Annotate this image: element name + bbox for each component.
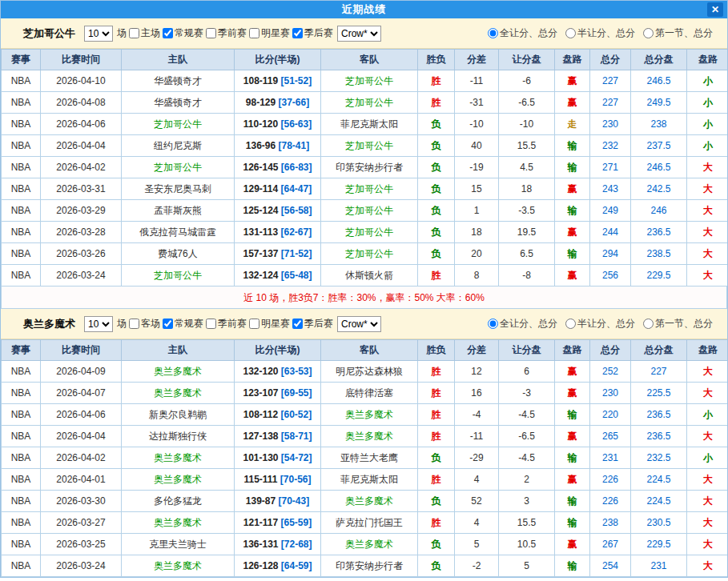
playoffs-checkbox-label: 季后赛: [304, 317, 333, 331]
date-cell: 2026-03-31: [41, 178, 122, 200]
half-handicap-radio[interactable]: [565, 319, 576, 329]
total-line-cell: 230.5: [631, 512, 687, 534]
half-handicap-radio-label: 半让分、总分: [577, 26, 635, 40]
venue-checkbox[interactable]: [129, 319, 139, 329]
handicap-cell: 6.5: [499, 243, 555, 265]
away-team-cell: 奥兰多魔术: [321, 404, 418, 426]
regular-season-checkbox[interactable]: [163, 28, 173, 38]
date-cell: 2026-03-25: [41, 534, 122, 555]
final-score: 132-120: [243, 366, 278, 377]
total-result-cell: 大: [687, 222, 728, 243]
checkbox-playoffs[interactable]: 季后赛: [292, 26, 333, 40]
final-score: 108-112: [243, 409, 278, 420]
table-row: NBA2026-03-28俄克拉荷马城雷霆131-113 [62-67]芝加哥公…: [2, 222, 728, 243]
half-score: [64-47]: [278, 183, 312, 194]
handicap-cell: -4.5: [499, 404, 555, 426]
half-handicap-radio[interactable]: [565, 28, 576, 38]
team-name-label: 芝加哥公牛: [23, 26, 75, 41]
game-count-select[interactable]: 10: [84, 316, 113, 332]
away-team-cell: 芝加哥公牛: [321, 70, 418, 92]
checkbox-playoffs[interactable]: 季后赛: [292, 317, 333, 331]
total-result-cell: 大: [687, 491, 728, 512]
odds-company-select[interactable]: Crow*: [337, 316, 381, 332]
diff-cell: 4: [455, 512, 499, 534]
checkbox-regular-season[interactable]: 常规赛: [163, 317, 203, 331]
game-count-select[interactable]: 10: [84, 26, 113, 42]
half-score: [63-53]: [279, 366, 312, 377]
preseason-checkbox[interactable]: [206, 28, 216, 38]
allstar-checkbox[interactable]: [249, 28, 259, 38]
handicap-result-cell: 输: [555, 200, 590, 222]
checkbox-venue[interactable]: 客场: [129, 317, 160, 331]
checkbox-venue[interactable]: 主场: [129, 26, 160, 40]
radio-first-quarter-total[interactable]: 第一节、总分: [643, 26, 713, 40]
preseason-checkbox[interactable]: [206, 319, 216, 329]
playoffs-checkbox[interactable]: [292, 319, 303, 329]
total-line-cell: 249.5: [631, 92, 687, 114]
checkbox-allstar[interactable]: 明星赛: [249, 26, 290, 40]
table-row: NBA2026-04-06芝加哥公牛110-120 [56-63]菲尼克斯太阳负…: [2, 114, 728, 135]
diff-cell: -31: [455, 92, 499, 114]
away-team-cell: 芝加哥公牛: [321, 92, 418, 114]
final-score: 110-120: [243, 118, 278, 130]
home-team-cell: 俄克拉荷马城雷霆: [122, 222, 235, 243]
odds-company-select[interactable]: Crow*: [337, 26, 381, 42]
handicap-cell: 18: [499, 178, 555, 200]
full-handicap-radio[interactable]: [488, 319, 498, 329]
final-score: 127-138: [243, 431, 278, 442]
venue-checkbox[interactable]: [129, 28, 139, 38]
total-cell: 267: [590, 534, 631, 555]
result-cell: 负: [418, 555, 455, 577]
table-row: NBA2026-04-01奥兰多魔术115-111 [70-56]菲尼克斯太阳胜…: [2, 469, 728, 491]
handicap-cell: -10: [499, 114, 555, 135]
home-team-cell: 费城76人: [122, 243, 235, 265]
playoffs-checkbox[interactable]: [292, 28, 303, 38]
filter-controls: 奥兰多魔术 10 场 客场 常规赛 季前赛 明星赛 季后赛 Crow*: [23, 316, 383, 332]
checkbox-preseason[interactable]: 季前赛: [206, 317, 247, 331]
first-quarter-radio[interactable]: [643, 28, 654, 38]
regular-season-checkbox[interactable]: [163, 319, 173, 329]
radio-half-handicap-total[interactable]: 半让分、总分: [565, 26, 635, 40]
col-header-score: 比分(半场): [235, 340, 321, 361]
total-cell: 232: [590, 135, 631, 157]
total-line-cell: 246.5: [631, 157, 687, 178]
final-score: 139-87: [246, 495, 276, 507]
radio-half-handicap-total[interactable]: 半让分、总分: [565, 317, 635, 331]
result-cell: 胜: [418, 404, 455, 426]
col-header-result: 胜负: [418, 340, 455, 361]
score-cell: 157-137 [71-52]: [235, 243, 321, 265]
checkbox-regular-season[interactable]: 常规赛: [163, 26, 203, 40]
close-icon[interactable]: ✕: [707, 2, 723, 17]
allstar-checkbox[interactable]: [249, 319, 259, 329]
radio-first-quarter-total[interactable]: 第一节、总分: [643, 317, 713, 331]
final-score: 126-145: [243, 162, 278, 173]
half-score: [71-52]: [279, 248, 312, 259]
result-cell: 胜: [418, 70, 455, 92]
half-score: [65-59]: [278, 517, 312, 528]
score-cell: 126-128 [64-59]: [235, 555, 321, 577]
col-header-score: 比分(半场): [235, 50, 321, 70]
total-result-cell: 大: [687, 534, 728, 555]
date-cell: 2026-03-26: [41, 243, 122, 265]
half-score: [51-52]: [278, 75, 312, 86]
home-team-cell: 华盛顿奇才: [122, 92, 235, 114]
col-header-league: 赛事: [2, 50, 41, 70]
total-result-cell: 大: [687, 383, 728, 404]
checkbox-allstar[interactable]: 明星赛: [249, 317, 290, 331]
col-header-total: 总分: [590, 50, 631, 70]
radio-full-handicap-total[interactable]: 全让分、总分: [488, 317, 557, 331]
home-team-cell: 芝加哥公牛: [122, 265, 235, 286]
table-header-row: 赛事 比赛时间 主队 比分(半场) 客队 胜负 分差 让分盘 盘路 总分 总分盘…: [2, 50, 728, 70]
full-handicap-radio[interactable]: [488, 28, 498, 38]
total-cell: 230: [590, 383, 631, 404]
checkbox-preseason[interactable]: 季前赛: [206, 26, 247, 40]
radio-full-handicap-total[interactable]: 全让分、总分: [488, 26, 557, 40]
handicap-cell: -4.5: [499, 447, 555, 469]
total-cell: 271: [590, 157, 631, 178]
half-score: [70-56]: [278, 474, 312, 485]
final-score: 129-114: [243, 183, 278, 194]
venue-checkbox-label: 主场: [141, 26, 160, 40]
date-cell: 2026-03-24: [41, 265, 122, 286]
first-quarter-radio[interactable]: [643, 319, 654, 329]
total-cell: 227: [590, 70, 631, 92]
